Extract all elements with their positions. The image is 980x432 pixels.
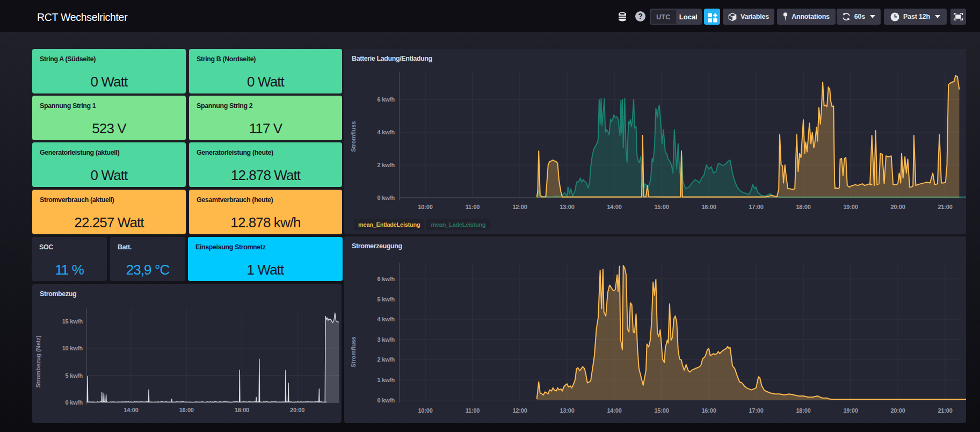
svg-text:2 kw/h: 2 kw/h [378,162,395,168]
svg-text:13:00: 13:00 [560,204,574,210]
svg-text:20:00: 20:00 [890,204,905,210]
svg-text:20:00: 20:00 [890,407,905,414]
svg-text:14:00: 14:00 [607,407,621,414]
svg-text:1 kw/h: 1 kw/h [378,377,395,383]
svg-text:21:00: 21:00 [938,407,952,414]
svg-text:18:00: 18:00 [235,407,249,413]
svg-text:14:00: 14:00 [607,204,621,210]
svg-text:15 kw/h: 15 kw/h [62,318,83,325]
svg-text:2 kw/h: 2 kw/h [378,356,395,363]
svg-text:4 kw/h: 4 kw/h [378,316,395,322]
svg-text:10 kw/h: 10 kw/h [62,345,83,351]
svg-text:20:00: 20:00 [290,407,304,413]
svg-text:13:00: 13:00 [560,407,574,414]
svg-text:6 kw/h: 6 kw/h [378,96,395,103]
svg-text:5 kw/h: 5 kw/h [378,296,395,303]
svg-text:10:00: 10:00 [418,407,432,414]
svg-text:16:00: 16:00 [701,204,716,210]
svg-text:17:00: 17:00 [749,407,763,414]
svg-text:18:00: 18:00 [796,407,810,414]
svg-text:3 kw/h: 3 kw/h [378,336,395,343]
svg-text:0 kw/h: 0 kw/h [378,195,395,201]
svg-text:11:00: 11:00 [466,204,480,210]
svg-text:Stromfluss: Stromfluss [350,121,357,152]
svg-text:4 kw/h: 4 kw/h [378,129,395,135]
svg-text:5 kw/h: 5 kw/h [66,372,83,379]
svg-text:15:00: 15:00 [654,204,669,210]
svg-text:18:00: 18:00 [796,204,810,210]
svg-text:10:00: 10:00 [418,204,432,210]
svg-text:12:00: 12:00 [512,407,527,414]
svg-text:14:00: 14:00 [124,407,138,413]
svg-text:6 kw/h: 6 kw/h [378,276,395,282]
svg-text:16:00: 16:00 [179,407,194,413]
svg-text:16:00: 16:00 [701,407,716,414]
svg-text:11:00: 11:00 [466,407,480,414]
svg-text:17:00: 17:00 [749,204,763,210]
svg-text:Strombezug (Netz): Strombezug (Netz) [35,335,41,388]
svg-text:0 kw/h: 0 kw/h [378,397,395,404]
svg-text:21:00: 21:00 [938,204,952,210]
svg-text:0 kw/h: 0 kw/h [66,399,83,406]
svg-text:19:00: 19:00 [843,204,858,210]
svg-text:12:00: 12:00 [512,204,527,210]
svg-text:Stromfluss: Stromfluss [350,336,357,367]
svg-text:19:00: 19:00 [843,407,858,414]
svg-text:15:00: 15:00 [654,407,669,414]
